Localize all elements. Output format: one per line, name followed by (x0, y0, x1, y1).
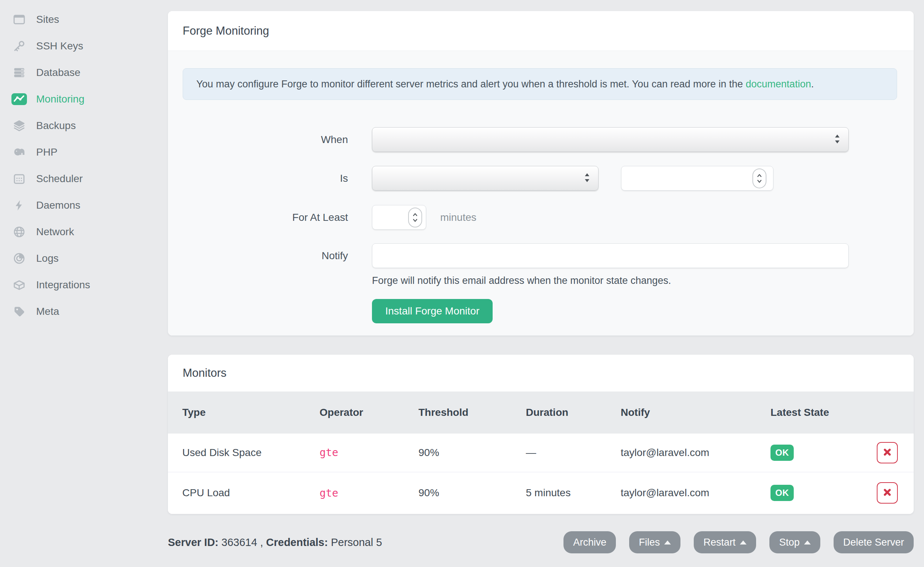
info-alert: You may configure Forge to monitor diffe… (183, 68, 897, 100)
select-arrows-icon (584, 172, 590, 184)
is-operator-select[interactable] (372, 166, 599, 190)
sidebar-item-label: Logs (36, 252, 59, 264)
database-icon (11, 64, 27, 81)
monitor-threshold: 90% (418, 472, 526, 514)
notify-label: Notify (183, 250, 372, 262)
sidebar-item-sites[interactable]: Sites (0, 6, 168, 33)
when-row: When (183, 127, 897, 152)
sidebar-item-integrations[interactable]: Integrations (0, 272, 168, 298)
tag-icon (11, 303, 27, 320)
sidebar-item-scheduler[interactable]: Scheduler (0, 165, 168, 192)
is-threshold-input[interactable] (622, 166, 752, 190)
sidebar-item-ssh-keys[interactable]: SSH Keys (0, 33, 168, 59)
sidebar-item-label: PHP (36, 146, 57, 158)
server-id-label: Server ID: (168, 536, 218, 548)
minutes-suffix: minutes (440, 212, 476, 224)
server-info: Server ID: 363614 , Credentials: Persona… (168, 536, 382, 549)
sidebar-item-label: Meta (36, 306, 59, 317)
sidebar-item-label: Network (36, 226, 74, 238)
caret-up-icon (740, 540, 746, 544)
for-at-least-row: For At Least minutes (183, 205, 897, 230)
is-label: Is (183, 172, 372, 184)
forge-monitoring-card-header: Forge Monitoring (168, 11, 913, 51)
monitors-card-header: Monitors (168, 355, 913, 392)
forge-monitoring-card-body: You may configure Forge to monitor diffe… (168, 51, 913, 336)
server-id-value: 363614 (221, 536, 257, 548)
column-header-notify: Notify (621, 392, 771, 434)
files-button[interactable]: Files (629, 531, 680, 554)
restart-button[interactable]: Restart (694, 531, 756, 554)
sidebar-item-logs[interactable]: Logs (0, 245, 168, 272)
monitor-threshold: 90% (418, 434, 526, 472)
box-icon (11, 277, 27, 293)
for-at-least-label: For At Least (183, 212, 372, 224)
when-select[interactable] (372, 127, 849, 152)
stop-button[interactable]: Stop (769, 531, 820, 554)
close-icon (882, 447, 892, 458)
delete-monitor-button[interactable] (877, 482, 898, 504)
column-header-duration: Duration (526, 392, 621, 434)
for-at-least-input[interactable] (372, 206, 408, 229)
for-at-least-input-wrapper (372, 205, 426, 230)
caret-up-icon (804, 540, 811, 544)
monitor-type: CPU Load (168, 472, 319, 514)
calendar-icon (11, 171, 27, 187)
column-header-operator: Operator (319, 392, 418, 434)
column-header-latest-state: Latest State (771, 392, 877, 434)
sites-icon (11, 11, 27, 28)
monitor-type: Used Disk Space (168, 434, 319, 472)
notify-help-text: Forge will notify this email address whe… (372, 275, 897, 286)
close-icon (882, 488, 892, 498)
sidebar-item-label: Database (36, 67, 80, 78)
monitor-notify: taylor@laravel.com (621, 472, 771, 514)
sidebar-item-database[interactable]: Database (0, 59, 168, 86)
documentation-link[interactable]: documentation (746, 78, 811, 90)
logs-icon (11, 250, 27, 267)
status-badge: OK (771, 445, 794, 461)
monitoring-chart-icon (11, 91, 27, 107)
sidebar: Sites SSH Keys (0, 6, 168, 325)
monitor-notify: taylor@laravel.com (621, 434, 771, 472)
footer-actions: Archive Files Restart Stop Delete Server (563, 531, 913, 554)
credentials-value: Personal 5 (331, 536, 382, 548)
monitor-duration: — (526, 434, 621, 472)
sidebar-item-daemons[interactable]: Daemons (0, 192, 168, 219)
separator: , (257, 536, 266, 548)
sidebar-item-meta[interactable]: Meta (0, 298, 168, 325)
lightning-bolt-icon (11, 197, 27, 213)
column-header-type: Type (168, 392, 319, 434)
is-threshold-input-wrapper (621, 166, 774, 190)
sidebar-item-label: Sites (36, 14, 59, 26)
sidebar-item-label: Scheduler (36, 173, 83, 185)
forge-monitoring-card: Forge Monitoring You may configure Forge… (168, 11, 913, 336)
select-arrows-icon (834, 134, 840, 146)
submit-row: Install Forge Monitor (372, 299, 897, 323)
delete-monitor-button[interactable] (877, 442, 898, 464)
php-elephant-icon (11, 144, 27, 160)
sidebar-item-label: Backups (36, 120, 76, 132)
key-icon (11, 38, 27, 54)
sidebar-item-label: SSH Keys (36, 40, 83, 52)
page-title: Forge Monitoring (183, 24, 269, 38)
sidebar-item-monitoring[interactable]: Monitoring (0, 86, 168, 112)
monitors-table-header-row: Type Operator Threshold Duration Notify … (168, 392, 913, 434)
sidebar-item-php[interactable]: PHP (0, 139, 168, 165)
sidebar-item-backups[interactable]: Backups (0, 112, 168, 139)
archive-button[interactable]: Archive (563, 531, 616, 554)
sidebar-item-label: Monitoring (36, 93, 84, 105)
delete-server-button[interactable]: Delete Server (834, 531, 913, 554)
table-row: Used Disk Space gte 90% — taylor@laravel… (168, 434, 913, 472)
info-alert-text: You may configure Forge to monitor diffe… (196, 78, 746, 90)
notify-email-input[interactable] (372, 243, 849, 268)
table-row: CPU Load gte 90% 5 minutes taylor@larave… (168, 472, 913, 514)
sidebar-item-network[interactable]: Network (0, 219, 168, 245)
status-badge: OK (771, 485, 794, 501)
monitor-operator: gte (319, 447, 339, 459)
layers-icon (11, 118, 27, 134)
server-footer: Server ID: 363614 , Credentials: Persona… (168, 531, 913, 554)
number-stepper-icon[interactable] (408, 207, 422, 228)
sidebar-item-label: Integrations (36, 279, 90, 291)
install-forge-monitor-button[interactable]: Install Forge Monitor (372, 299, 493, 323)
number-stepper-icon[interactable] (752, 168, 766, 188)
monitors-card: Monitors Type Operator Threshold Duratio… (168, 355, 913, 514)
